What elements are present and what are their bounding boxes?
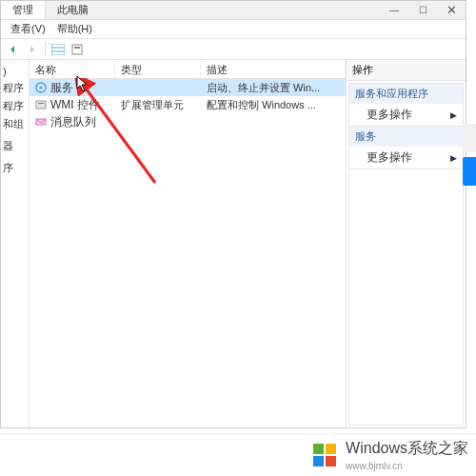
- cell-name: 消息队列: [30, 114, 115, 130]
- list-row[interactable]: WMI 控件 扩展管理单元 配置和控制 Windows ...: [30, 96, 346, 113]
- close-button[interactable]: ✕: [437, 1, 466, 20]
- row-name: WMI 控件: [50, 97, 100, 113]
- cell-desc: 启动、终止并设置 Win...: [201, 81, 346, 95]
- action-pane: 操作 服务和应用程序 更多操作 ▶ 服务 更多操作 ▶: [347, 60, 466, 427]
- svg-point-6: [40, 87, 43, 89]
- properties-icon[interactable]: [69, 41, 86, 58]
- wmi-icon: [35, 99, 47, 110]
- cell-desc: 配置和控制 Windows ...: [201, 98, 346, 112]
- action-pane-title: 操作: [347, 60, 466, 81]
- svg-rect-14: [326, 456, 336, 466]
- watermark-sub: 系统之家: [407, 440, 468, 456]
- toolbar-separator: [45, 42, 46, 57]
- tab-manage[interactable]: 管理: [1, 1, 46, 19]
- cell-name: 服务: [30, 80, 115, 96]
- svg-rect-12: [326, 444, 336, 454]
- maximize-button[interactable]: ☐: [408, 1, 437, 20]
- body: ) 程序 程序 和组 器 序 名称 类型 描述 服务: [1, 60, 466, 427]
- action-item-label: 更多操作: [367, 149, 412, 166]
- window-controls: — ☐ ✕: [380, 1, 466, 20]
- col-type[interactable]: 类型: [115, 60, 201, 78]
- chevron-right-icon: ▶: [450, 110, 457, 120]
- menu-bar: 查看(V) 帮助(H): [1, 20, 466, 39]
- msmq-icon: [35, 116, 47, 128]
- row-name: 消息队列: [50, 114, 96, 130]
- col-desc[interactable]: 描述: [201, 60, 346, 78]
- menu-help[interactable]: 帮助(H): [51, 22, 98, 36]
- tree-item[interactable]: 程序: [3, 97, 27, 115]
- action-section: 服务 更多操作 ▶: [349, 127, 463, 169]
- action-item-more[interactable]: 更多操作 ▶: [349, 147, 463, 169]
- list-row[interactable]: 消息队列: [30, 113, 346, 130]
- overlay-fragment: [463, 124, 476, 152]
- watermark-url: www.bjmlv.cn: [346, 461, 403, 471]
- tab-thispc[interactable]: 此电脑: [46, 1, 100, 19]
- tree-item[interactable]: 和组: [3, 115, 27, 133]
- view-icon[interactable]: [50, 41, 67, 58]
- tree-item[interactable]: ): [3, 64, 27, 79]
- menu-view[interactable]: 查看(V): [5, 22, 51, 36]
- watermark-brand: Windows: [346, 440, 407, 456]
- action-section-header: 服务: [349, 127, 463, 147]
- toolbar: [1, 39, 466, 60]
- col-name[interactable]: 名称: [30, 60, 115, 78]
- cell-type: 扩展管理单元: [115, 98, 201, 112]
- svg-rect-3: [72, 45, 82, 54]
- action-section: 服务和应用程序 更多操作 ▶: [349, 84, 463, 127]
- overlay-fragment-blue: [463, 157, 476, 186]
- gear-icon: [35, 82, 47, 93]
- action-pane-body: 服务和应用程序 更多操作 ▶ 服务 更多操作 ▶: [348, 83, 464, 426]
- svg-rect-11: [313, 444, 324, 454]
- action-item-more[interactable]: 更多操作 ▶: [349, 104, 463, 126]
- svg-rect-0: [51, 44, 65, 55]
- svg-rect-4: [74, 47, 80, 49]
- row-name: 服务: [50, 80, 73, 96]
- svg-rect-8: [38, 103, 44, 104]
- tree-item[interactable]: 程序: [3, 79, 27, 97]
- forward-icon[interactable]: [24, 41, 41, 58]
- list-header: 名称 类型 描述: [30, 60, 346, 79]
- watermark-text: Windows系统之家 www.bjmlv.cn: [346, 439, 468, 472]
- tree-item[interactable]: 序: [3, 159, 27, 177]
- windows-logo-icon: [311, 442, 338, 468]
- cell-name: WMI 控件: [30, 97, 115, 113]
- chevron-right-icon: ▶: [450, 153, 457, 163]
- minimize-button[interactable]: —: [380, 1, 408, 20]
- list-rows: 服务 启动、终止并设置 Win... WMI 控件 扩展管理单元 配置和控制 W…: [30, 79, 346, 427]
- action-item-label: 更多操作: [367, 107, 412, 123]
- list-row[interactable]: 服务 启动、终止并设置 Win...: [30, 79, 346, 96]
- svg-rect-7: [36, 101, 46, 109]
- action-section-header: 服务和应用程序: [349, 84, 463, 104]
- mmc-window: 管理 此电脑 — ☐ ✕ 查看(V) 帮助(H) ) 程序 程序 和组 器 序 …: [0, 0, 466, 428]
- watermark: Windows系统之家 www.bjmlv.cn: [0, 433, 476, 476]
- tree-item[interactable]: 器: [3, 137, 27, 155]
- back-icon[interactable]: [5, 41, 22, 58]
- list-pane: 名称 类型 描述 服务 启动、终止并设置 Win... WMI 控件: [30, 60, 347, 427]
- svg-rect-13: [313, 456, 324, 466]
- tree-pane[interactable]: ) 程序 程序 和组 器 序: [1, 60, 30, 427]
